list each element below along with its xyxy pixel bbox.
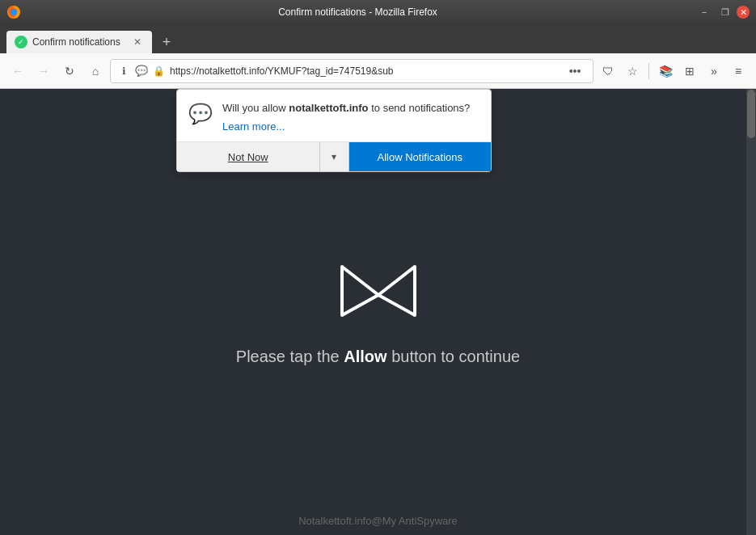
tab-favicon: ✓ (15, 36, 27, 48)
back-button[interactable]: ← (6, 60, 29, 82)
allow-notifications-button[interactable]: Allow Notifications (349, 142, 492, 171)
close-button[interactable]: ✕ (737, 6, 750, 19)
title-bar-left (6, 5, 21, 19)
lock-icon: 🔒 (153, 65, 165, 77)
home-button[interactable]: ⌂ (84, 60, 107, 82)
scrollbar[interactable] (746, 89, 756, 535)
url-text[interactable]: https://notalkettoft.info/YKMUF?tag_id=7… (170, 65, 559, 77)
popup-text-area: Will you allow notalkettoft.info to send… (222, 101, 479, 133)
url-bar[interactable]: ℹ 💬 🔒 https://notalkettoft.info/YKMUF?ta… (110, 59, 593, 83)
scrollbar-thumb[interactable] (747, 90, 755, 138)
reload-button[interactable]: ↻ (58, 60, 81, 82)
nav-right-icons: 🛡 ☆ 📚 ⊞ » ≡ (597, 60, 750, 82)
synced-tabs-icon[interactable]: ⊞ (678, 60, 701, 82)
minimize-button[interactable]: − (695, 5, 714, 19)
popup-actions: Not Now ▾ Allow Notifications (177, 141, 491, 171)
bookmark-icon[interactable]: ☆ (621, 60, 644, 82)
menu-icon[interactable]: ≡ (727, 60, 750, 82)
page-message: Please tap the Allow button to continue (236, 348, 520, 366)
maximize-button[interactable]: ❐ (716, 5, 735, 19)
navigation-bar: ← → ↻ ⌂ ℹ 💬 🔒 https://notalkettoft.info/… (0, 53, 756, 89)
library-icon[interactable]: 📚 (654, 60, 677, 82)
tab-close-button[interactable]: ✕ (131, 36, 144, 48)
title-bar: Confirm notifications - Mozilla Firefox … (0, 0, 756, 24)
firefox-icon (6, 5, 21, 19)
extensions-icon[interactable]: » (703, 60, 725, 82)
url-more-button[interactable]: ••• (564, 60, 586, 82)
site-info-icon[interactable]: ℹ (117, 65, 130, 78)
tab-title: Confirm notifications (32, 36, 126, 48)
popup-message: Will you allow notalkettoft.info to send… (222, 101, 479, 116)
popup-body: 💬 Will you allow notalkettoft.info to se… (177, 90, 491, 141)
tab-bar: ✓ Confirm notifications ✕ + (0, 24, 756, 53)
new-tab-button[interactable]: + (155, 31, 178, 53)
learn-more-link[interactable]: Learn more... (222, 120, 285, 133)
active-tab[interactable]: ✓ Confirm notifications ✕ (6, 31, 152, 53)
shield-icon[interactable]: 🛡 (597, 60, 619, 82)
reader-mode-icon: 💬 (135, 65, 148, 78)
notification-popup: 💬 Will you allow notalkettoft.info to se… (176, 89, 492, 172)
not-now-button[interactable]: Not Now (177, 142, 320, 171)
window-title: Confirm notifications - Mozilla Firefox (21, 6, 695, 18)
svg-point-1 (11, 9, 17, 15)
notification-bell-icon: 💬 (188, 103, 214, 128)
site-logo (326, 259, 431, 323)
page-footer: Notalkettoft.info@My AntiSpyware (298, 515, 458, 527)
forward-button[interactable]: → (32, 60, 55, 82)
nav-separator (648, 63, 649, 79)
not-now-dropdown-button[interactable]: ▾ (320, 142, 349, 171)
title-bar-controls: − ❐ ✕ (695, 5, 750, 19)
